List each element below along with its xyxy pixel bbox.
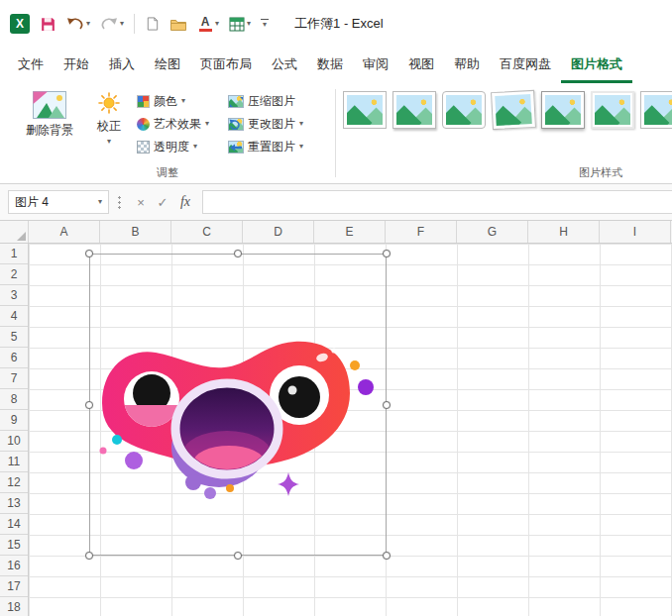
row-header[interactable]: 13 <box>0 493 28 514</box>
color-label: 颜色 <box>154 93 177 110</box>
chevron-down-icon: ▾ <box>263 21 267 29</box>
tab-formulas[interactable]: 公式 <box>262 48 307 83</box>
artistic-effects-label: 艺术效果 <box>154 116 201 133</box>
row-header[interactable]: 18 <box>0 597 28 616</box>
transparency-label: 透明度 <box>154 139 189 155</box>
corrections-button[interactable]: 校正 ▾ <box>87 91 131 146</box>
row-header[interactable]: 15 <box>0 535 28 556</box>
column-header-b[interactable]: B <box>100 221 171 243</box>
select-all-button[interactable] <box>0 221 29 243</box>
resize-handle-w[interactable] <box>85 401 93 409</box>
compress-picture-icon <box>228 95 244 108</box>
quick-access-overflow-button[interactable]: ▾ <box>261 19 269 29</box>
redo-button[interactable]: ▾ <box>100 16 124 32</box>
row-header[interactable]: 4 <box>0 306 28 327</box>
picture-style-option[interactable] <box>491 90 536 130</box>
undo-icon <box>66 16 84 32</box>
save-button[interactable] <box>40 16 56 33</box>
chevron-down-icon: ▾ <box>205 120 209 128</box>
picture-style-option[interactable] <box>591 91 634 129</box>
new-file-button[interactable] <box>145 16 160 32</box>
tab-picture-format[interactable]: 图片格式 <box>561 48 632 83</box>
resize-handle-ne[interactable] <box>383 250 391 257</box>
artistic-effects-button[interactable]: 艺术效果 ▾ <box>137 114 209 134</box>
chevron-down-icon: ▾ <box>193 143 197 151</box>
tab-baidu-netdisk[interactable]: 百度网盘 <box>490 48 561 83</box>
formula-bar-drag-handle[interactable] <box>118 195 121 210</box>
row-header[interactable]: 12 <box>0 472 28 493</box>
column-header-g[interactable]: G <box>457 221 528 243</box>
reset-picture-button[interactable]: 重置图片 ▾ <box>228 137 303 156</box>
save-icon <box>40 16 56 33</box>
picture-style-option[interactable] <box>442 91 486 129</box>
tab-insert[interactable]: 插入 <box>99 48 145 83</box>
borders-button[interactable]: ▾ <box>229 17 251 32</box>
toolbar-separator <box>134 14 135 34</box>
picture-style-option[interactable] <box>640 91 672 129</box>
column-header-i[interactable]: I <box>600 221 671 243</box>
column-header-a[interactable]: A <box>29 221 100 243</box>
row-header[interactable]: 14 <box>0 514 28 535</box>
picture-thumbnail <box>347 95 383 125</box>
resize-handle-n[interactable] <box>234 250 242 257</box>
compress-picture-button[interactable]: 压缩图片 <box>228 91 295 111</box>
row-header[interactable]: 16 <box>0 556 28 576</box>
tab-view[interactable]: 视图 <box>398 48 444 83</box>
row-header[interactable]: 6 <box>0 348 28 368</box>
remove-background-button[interactable]: 删除背景 <box>18 91 81 139</box>
column-header-h[interactable]: H <box>528 221 600 243</box>
enter-button[interactable]: ✓ <box>153 190 172 214</box>
resize-handle-e[interactable] <box>383 401 391 409</box>
insert-function-button[interactable]: fx <box>175 190 195 214</box>
column-header-f[interactable]: F <box>386 221 457 243</box>
picture-thumbnail <box>446 95 482 125</box>
row-header[interactable]: 1 <box>0 244 28 264</box>
column-header-e[interactable]: E <box>314 221 386 243</box>
color-button[interactable]: 颜色 ▾ <box>137 91 185 111</box>
row-header[interactable]: 17 <box>0 576 28 597</box>
change-picture-button[interactable]: 更改图片 ▾ <box>228 114 303 134</box>
picture-styles-group-label: 图片样式 <box>551 165 650 180</box>
excel-window: X ▾ ▾ <box>0 0 672 616</box>
column-header-d[interactable]: D <box>243 221 314 243</box>
tab-file[interactable]: 文件 <box>8 48 54 83</box>
resize-handle-nw[interactable] <box>85 250 93 257</box>
row-header[interactable]: 5 <box>0 327 28 348</box>
picture-thumbnail <box>644 95 672 125</box>
row-header[interactable]: 8 <box>0 389 28 410</box>
font-color-button[interactable]: A ▾ <box>197 17 219 32</box>
resize-handle-se[interactable] <box>383 552 391 560</box>
reset-picture-label: 重置图片 <box>248 139 295 155</box>
undo-button[interactable]: ▾ <box>66 16 90 32</box>
tab-page-layout[interactable]: 页面布局 <box>190 48 262 83</box>
cancel-button[interactable]: × <box>131 190 151 214</box>
ribbon-group-separator <box>335 89 336 177</box>
picture-style-option[interactable] <box>343 91 387 129</box>
tab-data[interactable]: 数据 <box>307 48 353 83</box>
tab-home[interactable]: 开始 <box>54 48 99 83</box>
resize-handle-s[interactable] <box>234 552 242 560</box>
row-header[interactable]: 7 <box>0 368 28 389</box>
change-picture-label: 更改图片 <box>248 116 295 133</box>
tab-draw[interactable]: 绘图 <box>145 48 190 83</box>
tab-help[interactable]: 帮助 <box>444 48 490 83</box>
row-header[interactable]: 2 <box>0 264 28 285</box>
row-header[interactable]: 9 <box>0 410 28 431</box>
column-header-c[interactable]: C <box>171 221 243 243</box>
open-file-button[interactable] <box>169 17 187 32</box>
tab-review[interactable]: 审阅 <box>353 48 398 83</box>
picture-style-option[interactable] <box>392 91 436 129</box>
row-header[interactable]: 3 <box>0 285 28 306</box>
row-header[interactable]: 10 <box>0 431 28 452</box>
resize-handle-sw[interactable] <box>85 552 93 560</box>
name-box[interactable]: 图片 4 ▾ <box>8 190 109 214</box>
compress-picture-label: 压缩图片 <box>248 93 295 110</box>
formula-input[interactable] <box>202 190 672 214</box>
transparency-button[interactable]: 透明度 ▾ <box>137 137 197 156</box>
row-header[interactable]: 11 <box>0 452 28 472</box>
chevron-down-icon: ▾ <box>299 143 303 151</box>
excel-app-icon: X <box>10 14 30 34</box>
selected-picture[interactable] <box>89 254 387 556</box>
ribbon: 删除背景 校正 ▾ 颜色 ▾ 艺术效果 ▾ <box>0 83 672 184</box>
picture-style-option[interactable] <box>541 91 585 129</box>
